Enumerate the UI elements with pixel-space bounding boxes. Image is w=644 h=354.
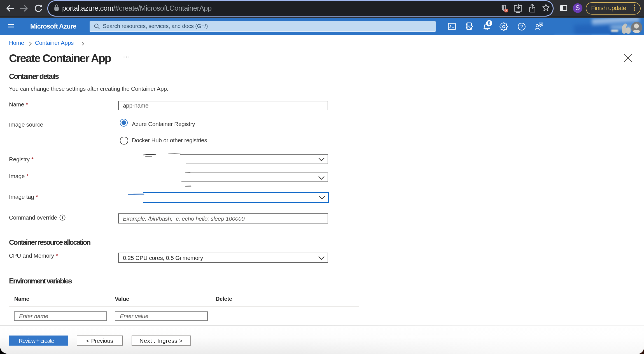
- svg-text:?: ?: [520, 24, 523, 29]
